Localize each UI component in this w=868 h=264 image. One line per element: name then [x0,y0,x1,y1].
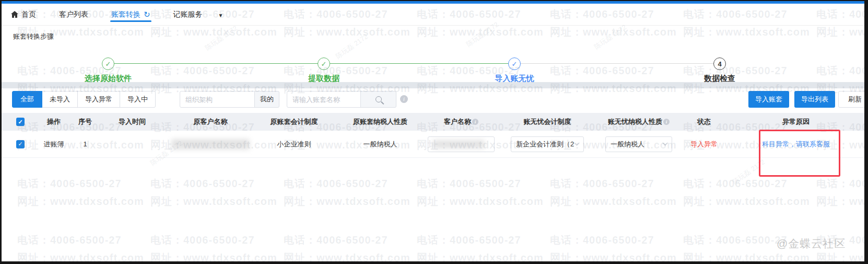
watermark-site: 网址：www.tdxsoft.com [17,194,144,209]
chevron-down-icon [218,10,224,19]
tab-customer-list-label: 客户列表 [59,10,88,19]
zwy-taxpayer-info-icon[interactable] [663,119,670,125]
app-window: 首页 客户列表 账套转换 记账服务 账套转换步骤 [2,1,864,261]
toolbar: 全部 未导入 导入异常 导入中 我的 导入账套 导出列表 刷新 [2,88,864,113]
chevron-down-icon [663,141,668,146]
row-status-badge: 导入异常 [690,140,718,149]
watermark-phone: 电话：4006-6500-27 [150,177,255,191]
search-input[interactable] [287,91,361,108]
row-orig-taxpayer-type: 一般纳税人 [336,140,425,149]
watermark-phone: 电话：4006-6500-27 [816,177,864,191]
tab-overflow-dropdown[interactable] [218,10,224,19]
home-icon [11,11,18,18]
table-header-row: 操作 序号 导入时间 原客户名称 原账套会计制度 原账套纳税人性质 客户名称 账… [2,113,864,131]
header-exception-reason: 异常原因 [728,117,864,127]
header-zwy-accounting-standard: 账无忧会计制度 [498,117,597,127]
zwy-taxpayer-type-select[interactable]: 一般纳税人 [605,136,672,152]
step4-number-badge: 4 [713,58,726,70]
watermark-phone: 电话：4006-6500-27 [17,177,122,191]
row-seq: 1 [75,140,96,148]
table-row: 进账簿 1 小企业准则 一般纳税人 新企业会计准则（2 一般纳税人 [2,131,864,158]
watermark-phone: 电话：4006-6500-27 [17,233,122,247]
import-account-set-button[interactable]: 导入账套 [748,91,789,108]
header-zwy-taxpayer-type: 账无忧纳税人性质 [597,117,681,127]
orig-customer-name-redacted [171,139,250,150]
conversion-steps-section: 账套转换步骤 4 选择原始软件 提取数据 导入账无忧 数据检查 已完成 已完成 … [2,26,864,82]
select-all-checkbox[interactable] [16,118,25,126]
header-customer-name-label: 客户名称 [444,117,471,127]
exception-reason-link[interactable]: 科目异常，请联系客服 [762,140,830,149]
watermark-site: 网址：www.tdxsoft.com [150,194,277,209]
step2-check-icon [318,58,330,70]
row-checkbox[interactable] [16,140,25,148]
watermark-phone: 电话：4006-6500-27 [683,233,788,247]
refresh-button[interactable]: 刷新 [838,91,864,108]
watermark-phone: 电话：4006-6500-27 [550,233,654,247]
section-divider [2,82,864,88]
customer-name-input[interactable] [428,136,495,152]
tab-account-conversion[interactable]: 账套转换 [111,4,150,25]
watermark-phone: 电话：4006-6500-27 [550,177,654,191]
step3-check-icon [508,58,521,70]
header-operation: 操作 [33,117,75,127]
search-info-icon[interactable] [400,95,408,103]
watermark-site: 网址：www.tdxsoft.com [417,251,544,261]
refresh-tab-icon[interactable] [144,10,150,19]
customer-name-info-icon[interactable] [472,119,478,125]
zwy-taxpayer-type-value: 一般纳税人 [611,140,644,149]
watermark-site: 网址：www.tdxsoft.com [683,194,810,209]
zwy-accounting-standard-select[interactable]: 新企业会计准则（2 [511,136,584,152]
header-orig-accounting-standard: 原账套会计制度 [252,117,336,127]
watermark-site: 网址：www.tdxsoft.com [816,194,864,209]
row-orig-accounting-standard: 小企业准则 [252,140,336,149]
tab-bookkeeping-service-label: 记账服务 [173,10,203,19]
header-customer-name: 客户名称 [425,117,498,127]
watermark-site: 网址：www.tdxsoft.com [550,194,677,209]
header-orig-taxpayer-type: 原账套纳税人性质 [336,117,425,127]
watermark-site: 网址：www.tdxsoft.com [550,251,677,261]
steps-section-label: 账套转换步骤 [13,32,54,41]
watermark-site: 网址：www.tdxsoft.com [683,251,810,261]
chevron-down-icon [574,141,580,146]
watermark-phone: 电话：4006-6500-27 [284,177,388,191]
tab-bookkeeping-service[interactable]: 记账服务 [173,4,203,25]
filter-not-imported-button[interactable]: 未导入 [42,91,78,108]
tab-home[interactable]: 首页 [11,4,36,25]
watermark-site: 网址：www.tdxsoft.com [150,251,277,261]
filter-importing-button[interactable]: 导入中 [120,91,156,108]
search-group [287,91,396,108]
step-connector-2 [330,63,509,64]
filter-all-button[interactable]: 全部 [12,91,42,108]
tab-home-label: 首页 [21,10,36,19]
search-button[interactable] [360,91,396,108]
row-operation-link[interactable]: 进账簿 [33,140,75,149]
tab-customer-list[interactable]: 客户列表 [59,4,88,25]
community-credit: @金蝶云社区 [777,236,846,251]
header-seq: 序号 [75,117,96,127]
status-filter-group: 全部 未导入 导入异常 导入中 [12,91,156,108]
header-orig-customer-name: 原客户名称 [169,117,252,127]
watermark-site: 网址：www.tdxsoft.com [816,251,864,261]
tab-account-conversion-label: 账套转换 [111,10,140,19]
zwy-accounting-standard-value: 新企业会计准则（2 [516,140,574,149]
watermark-phone: 电话：4006-6500-27 [150,233,255,247]
screenshot-frame: 首页 客户列表 账套转换 记账服务 账套转换步骤 [0,0,868,264]
search-icon [376,96,382,102]
step-connector-3 [520,63,714,64]
org-structure-input[interactable] [180,91,255,108]
watermark-diagonal: 陈玩磊 2172 [731,157,767,187]
header-zwy-taxpayer-type-label: 账无忧纳税人性质 [608,117,662,127]
mine-button[interactable]: 我的 [254,91,279,108]
watermark-phone: 电话：4006-6500-27 [284,233,388,247]
filter-import-error-button[interactable]: 导入异常 [77,91,120,108]
watermark-phone: 电话：4006-6500-27 [683,177,788,191]
watermark-site: 网址：www.tdxsoft.com [284,251,410,261]
watermark-phone: 电话：4006-6500-27 [417,233,521,247]
header-import-time: 导入时间 [96,117,169,127]
watermark-site: 网址：www.tdxsoft.com [17,251,144,261]
watermark-site: 网址：www.tdxsoft.com [417,194,544,209]
step-connector-1 [114,63,318,64]
header-status: 状态 [681,117,728,127]
org-filter-group: 我的 [180,91,279,108]
export-list-button[interactable]: 导出列表 [794,91,835,108]
